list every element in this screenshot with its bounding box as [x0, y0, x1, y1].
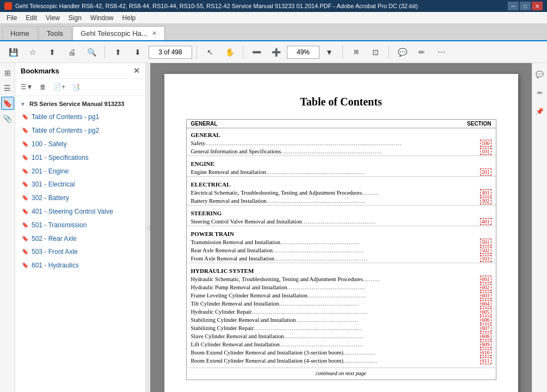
layers-panel-button[interactable]: ☰: [1, 82, 14, 95]
menu-sign[interactable]: Sign: [64, 13, 86, 23]
toc-dots: ........................................…: [266, 169, 480, 175]
bookmark-501-transmission[interactable]: 🔖 501 - Transmission: [15, 219, 145, 232]
bookmark-icon: 🔖: [22, 181, 28, 188]
search-button[interactable]: 🔍: [83, 44, 100, 60]
tab-home[interactable]: Home: [2, 26, 38, 40]
menu-view[interactable]: View: [41, 13, 64, 23]
bookmark-icon: 🔖: [22, 235, 28, 242]
bookmark-label: 601 - Hydraulics: [32, 261, 141, 270]
toc-section-num: 302: [480, 197, 491, 204]
tab-bar: Home Tools Gehl Telescopic Ha... ✕: [0, 24, 547, 41]
menu-edit[interactable]: Edit: [21, 13, 41, 23]
toc-dots: ........................................…: [254, 325, 480, 331]
annotate-tool-button[interactable]: 📌: [531, 103, 548, 120]
zoom-dropdown-button[interactable]: ▼: [321, 44, 338, 60]
page-input[interactable]: [149, 46, 192, 59]
bookmark-100-safety[interactable]: 🔖 100 - Safety: [15, 138, 145, 151]
maximize-button[interactable]: □: [520, 2, 531, 10]
toc-entry-label: Steering Control Valve Removal and Insta…: [191, 219, 302, 225]
tab-close-icon[interactable]: ✕: [152, 30, 157, 37]
print-button[interactable]: 🖨: [63, 44, 81, 60]
close-button[interactable]: ✕: [532, 2, 543, 10]
menu-window[interactable]: Window: [86, 13, 118, 23]
table-row: Hydraulic Pump Removal and Installation …: [186, 283, 496, 291]
attachments-panel-button[interactable]: 📎: [1, 112, 14, 125]
toc-dots: .........: [362, 190, 480, 196]
next-page-button[interactable]: ⬇: [129, 44, 146, 60]
toc-entry-label: Electrical Schematic, Troubleshooting, T…: [191, 190, 362, 196]
save-button[interactable]: 💾: [4, 44, 22, 60]
comment-button[interactable]: 💬: [394, 44, 411, 60]
toc-dots: ........................................…: [205, 140, 480, 146]
table-row: Boom Extend Cylinder Removal and Install…: [186, 349, 496, 357]
sign-tool-button[interactable]: ✏: [531, 85, 548, 101]
bookmark-new-button[interactable]: 📑: [69, 81, 83, 93]
toc-entry-label: Stabilizing Cylinder Removal and Install…: [191, 317, 296, 323]
bookmark-toc-pg1[interactable]: 🔖 Table of Contents - pg1: [15, 110, 145, 124]
bookmark-503-front-axle[interactable]: 🔖 503 - Front Axle: [15, 245, 145, 259]
section-header-electrical: ELECTRICAL: [187, 176, 496, 189]
continued-text: continued on next page: [316, 370, 366, 376]
toc-section-num: 611: [480, 357, 491, 364]
tab-tools[interactable]: Tools: [39, 26, 71, 40]
toc-section-num: 101: [480, 148, 491, 155]
bookmark-label: 501 - Transmission: [32, 221, 141, 230]
bookmark-icon: 🔖: [22, 221, 28, 229]
select-tool-button[interactable]: ↖: [201, 44, 219, 60]
bookmark-label: 302 - Battery: [32, 194, 141, 203]
bookmark-add-button[interactable]: 📄+: [52, 81, 66, 93]
menu-help[interactable]: Help: [118, 13, 140, 23]
toc-entry-label: Battery Removal and Installation: [191, 198, 267, 204]
pan-tool-button[interactable]: ✋: [221, 44, 238, 60]
pages-panel-button[interactable]: ⊞: [1, 66, 14, 79]
prev-page-button[interactable]: ⬆: [109, 44, 127, 60]
pdf-viewer[interactable]: Table of Contents GENERAL SECTION GENERA…: [150, 63, 532, 392]
toc-entry-label: Hydraulic Schematic, Troubleshooting, Te…: [191, 276, 363, 282]
toc-table: GENERAL SECTION GENERAL Safety .........…: [186, 119, 496, 380]
fit-page-button[interactable]: ⊞: [347, 44, 365, 60]
bookmark-view-options-button[interactable]: ☰▼: [20, 81, 34, 93]
fit-width-button[interactable]: ⊡: [367, 44, 384, 60]
toc-section-num: 605: [480, 308, 491, 315]
bookmark-button[interactable]: ☆: [24, 44, 41, 60]
bookmark-label: Table of Contents - pg1: [32, 113, 141, 122]
bookmark-601-hydraulics[interactable]: 🔖 601 - Hydraulics: [15, 259, 145, 272]
zoom-out-button[interactable]: ➖: [248, 44, 265, 60]
minimize-button[interactable]: ─: [508, 2, 519, 10]
comment-tool-button[interactable]: 💬: [531, 66, 548, 83]
toc-section-num: 501: [480, 239, 491, 246]
zoom-input[interactable]: [287, 46, 319, 59]
toc-entry-label: Hydraulic Cylinder Repair: [191, 309, 252, 315]
bookmarks-close-icon[interactable]: ✕: [133, 66, 140, 75]
toc-col-general: GENERAL: [186, 120, 347, 128]
toc-dots: ...............................: [308, 293, 480, 298]
bookmark-icon: 🔖: [22, 127, 28, 134]
bookmark-101-specs[interactable]: 🔖 101 - Specifications: [15, 151, 145, 165]
more-tools-button[interactable]: ⋯: [433, 44, 450, 60]
bookmark-201-engine[interactable]: 🔖 201 - Engine: [15, 165, 145, 178]
bookmark-301-electrical[interactable]: 🔖 301 - Electrical: [15, 178, 145, 191]
bookmarks-title: Bookmarks: [21, 67, 59, 75]
table-row: Transmission Removal and Installation ..…: [186, 238, 496, 246]
zoom-in-button[interactable]: ➕: [267, 44, 285, 60]
tab-document[interactable]: Gehl Telescopic Ha... ✕: [72, 26, 165, 40]
bookmark-label: 502 - Rear Axle: [32, 234, 141, 244]
menu-file[interactable]: File: [2, 13, 21, 23]
draw-button[interactable]: ✏: [413, 44, 431, 60]
toc-dots: .................: [343, 350, 480, 356]
panel-resize-handle[interactable]: ◁: [146, 63, 150, 392]
bookmark-502-rear-axle[interactable]: 🔖 502 - Rear Axle: [15, 232, 145, 246]
bookmark-401-steering[interactable]: 🔖 401 - Steering Control Valve: [15, 205, 145, 219]
toc-section-num: 610: [480, 349, 491, 356]
bookmark-rs-series[interactable]: ▼ RS Series Service Manual 913233: [15, 98, 145, 110]
toc-entry-label: Safety: [191, 140, 206, 146]
bookmark-icon: 🔖: [22, 140, 28, 148]
bookmark-302-battery[interactable]: 🔖 302 - Battery: [15, 191, 145, 205]
bookmarks-panel-button[interactable]: 🔖: [1, 97, 14, 110]
bookmark-label: Table of Contents - pg2: [32, 126, 141, 135]
page-navigation: ⬆ ⬇: [109, 44, 192, 60]
bookmark-toc-pg2[interactable]: 🔖 Table of Contents - pg2: [15, 124, 145, 138]
bookmark-delete-button[interactable]: 🗑: [36, 81, 50, 93]
table-row: Front Axle Removal and Installation ....…: [186, 254, 496, 263]
cloud-button[interactable]: ⬆: [44, 44, 61, 60]
